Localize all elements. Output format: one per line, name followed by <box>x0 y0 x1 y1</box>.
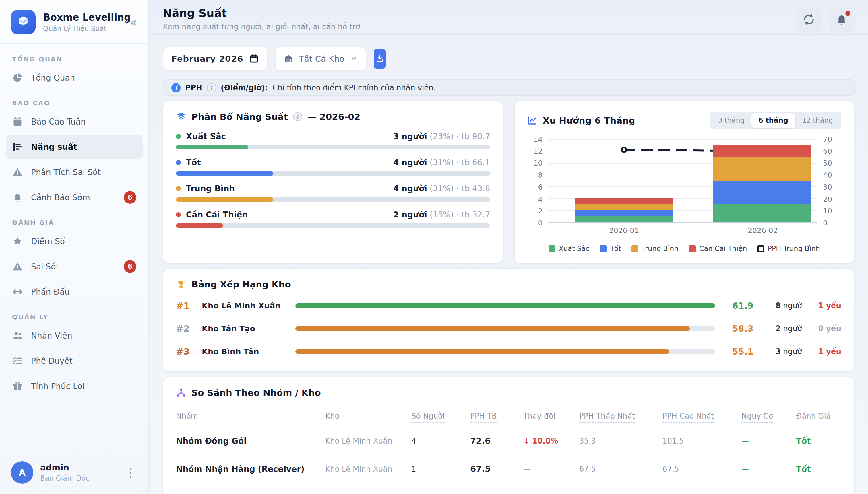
right-axis-tick: 50 <box>823 159 832 167</box>
left-axis-tick: 0 <box>538 219 543 227</box>
sidebar-item-label: Tính Phúc Lợi <box>31 382 85 391</box>
right-axis-tick: 20 <box>823 195 832 203</box>
range-option-12-tháng[interactable]: 12 tháng <box>795 113 840 128</box>
column-header-4[interactable]: PPH TB <box>470 412 523 420</box>
level-avg: · tb 90.7 <box>456 132 490 141</box>
plot-area <box>548 139 817 223</box>
info-icon: i <box>171 83 181 92</box>
checklist-icon <box>12 356 23 366</box>
sidebar-item-label: Cảnh Báo Sớm <box>31 193 90 202</box>
sidebar-item-điểm-số[interactable]: Điểm Số <box>6 229 143 253</box>
bar-segment <box>575 198 673 204</box>
legend-item: Cần Cải Thiện <box>689 245 747 253</box>
pph-text: Chỉ tính theo điểm KPI chính của nhân vi… <box>272 83 436 92</box>
user-card: A admin Ban Giám Đốc ⋮ <box>0 453 148 494</box>
star-icon <box>12 236 23 247</box>
chevron-down-icon <box>350 55 358 63</box>
dumbbell-icon <box>12 286 23 297</box>
group-min: 67.5 <box>579 465 663 473</box>
group-warehouse: Kho Lê Minh Xuân <box>325 465 411 473</box>
bar-segment <box>575 204 673 210</box>
sidebar-item-phấn-đấu[interactable]: Phấn Đấu <box>6 280 143 304</box>
cards-row: Phân Bổ Năng Suất ? — 2026-02 Xuất Sắc3 … <box>163 101 854 264</box>
group-name: Nhóm Đóng Gói <box>176 436 325 446</box>
rank-score: 61.9 <box>722 301 754 311</box>
column-header-7[interactable]: PPH Cao Nhất <box>663 412 741 420</box>
calendar-icon <box>12 116 23 127</box>
column-header-1: Nhóm <box>176 412 325 420</box>
nav-section-label: QUẢN LÝ <box>12 314 148 321</box>
level-dot-icon <box>176 134 181 139</box>
user-menu-icon[interactable]: ⋮ <box>123 466 138 479</box>
column-header-3[interactable]: Số Người <box>411 412 470 420</box>
sidebar-item-tổng-quan[interactable]: Tổng Quan <box>6 66 143 90</box>
app-subtitle: Quản Lý Hiệu Suất <box>43 25 121 33</box>
sidebar-item-label: Điểm Số <box>31 237 65 246</box>
distribution-title: Phân Bổ Năng Suất <box>191 112 288 122</box>
rank-number: #3 <box>176 346 194 357</box>
group-risk: — <box>741 437 796 445</box>
user-meta: admin Ban Giám Đốc <box>40 463 116 482</box>
month-picker[interactable]: February 2026 <box>163 47 267 71</box>
left-axis-tick: 10 <box>534 159 543 167</box>
sidebar-item-phê-duyệt[interactable]: Phê Duyệt <box>6 349 143 373</box>
range-option-6-tháng[interactable]: 6 tháng <box>752 113 795 128</box>
distribution-label-line: Cần Cải Thiện2 người (15%) · tb 32.7 <box>176 210 490 220</box>
sidebar-item-báo-cáo-tuần[interactable]: Báo Cáo Tuần <box>6 110 143 134</box>
column-header-8[interactable]: Nguy Cơ <box>741 412 796 420</box>
x-axis-label: 2026-01 <box>609 226 639 235</box>
chart-legend: Xuất SắcTốtTrung BìnhCần Cải ThiệnPPH Tr… <box>527 245 842 253</box>
download-icon <box>375 54 384 64</box>
line-chart-icon <box>527 115 538 126</box>
pph-point-marker <box>621 147 627 153</box>
level-bar-fill <box>176 145 248 150</box>
sidebar-item-nhân-viên[interactable]: Nhân Viên <box>6 324 143 348</box>
people-unit: người <box>783 301 804 310</box>
layers-icon <box>176 112 186 122</box>
warehouse-name: Kho Bình Tân <box>202 347 288 356</box>
page-title: Năng Suất <box>163 7 360 19</box>
group-max: 67.5 <box>663 465 741 473</box>
legend-item: PPH Trung Bình <box>757 245 820 253</box>
table-header-row: NhómKhoSố NgườiPPH TBThay đổiPPH Thấp Nh… <box>176 405 841 426</box>
column-header-6[interactable]: PPH Thấp Nhất <box>579 412 663 420</box>
group-rating: Tốt <box>796 464 841 474</box>
ranking-card: Bảng Xếp Hạng Kho #1Kho Lê Minh Xuân61.9… <box>163 268 854 372</box>
filter-bar: February 2026 Tất Cả Kho <box>163 47 854 71</box>
legend-item: Xuất Sắc <box>549 245 590 253</box>
sidebar-item-cảnh-báo-sớm[interactable]: Cảnh Báo Sớm6 <box>6 185 143 209</box>
right-axis-tick: 30 <box>823 183 832 191</box>
column-label: PPH Thấp Nhất <box>579 412 635 423</box>
notifications-button[interactable] <box>829 7 854 33</box>
sidebar-item-tính-phúc-lợi[interactable]: Tính Phúc Lợi <box>6 374 143 398</box>
sidebar-item-sai-sót[interactable]: Sai Sót6 <box>6 254 143 279</box>
legend-label: Trung Bình <box>642 245 679 253</box>
ranking-rows: #1Kho Lê Minh Xuân61.98 người1 yếu#2Kho … <box>176 300 841 361</box>
warehouse-filter[interactable]: Tất Cả Kho <box>275 47 366 71</box>
help-icon[interactable]: ? <box>207 83 216 92</box>
level-name: Xuất Sắc <box>186 132 226 141</box>
level-count: 4 người <box>393 158 427 167</box>
ranking-header: Bảng Xếp Hạng Kho <box>176 279 841 289</box>
level-count: 3 người <box>393 132 427 141</box>
right-axis: 010203040506070 <box>817 139 841 223</box>
group-max: 101.5 <box>663 437 741 445</box>
refresh-button[interactable] <box>796 7 822 33</box>
sidebar-item-phân-tích-sai-sót[interactable]: Phân Tích Sai Sót <box>6 160 143 184</box>
left-axis-tick: 14 <box>534 135 543 144</box>
distribution-row: Xuất Sắc3 người (23%) · tb 90.7 <box>176 132 490 150</box>
help-icon[interactable]: ? <box>293 112 302 121</box>
right-axis-tick: 40 <box>823 171 832 179</box>
column-header-5: Thay đổi <box>523 412 579 420</box>
brand-text: Boxme Levelling Quản Lý Hiệu Suất <box>43 12 121 33</box>
range-option-3-tháng[interactable]: 3 tháng <box>711 113 752 128</box>
sidebar-item-năng-suất[interactable]: Năng suất <box>6 135 143 159</box>
level-avg: · tb 66.1 <box>456 158 490 167</box>
brand: Boxme Levelling Quản Lý Hiệu Suất « <box>0 0 148 43</box>
level-name: Cần Cải Thiện <box>186 210 248 220</box>
download-button[interactable] <box>374 49 386 69</box>
left-axis-tick: 2 <box>538 207 543 215</box>
collapse-sidebar-button[interactable]: « <box>129 15 138 30</box>
rank-score: 58.3 <box>722 324 754 334</box>
topbar: Năng Suất Xem năng suất từng người, ai g… <box>149 0 868 35</box>
